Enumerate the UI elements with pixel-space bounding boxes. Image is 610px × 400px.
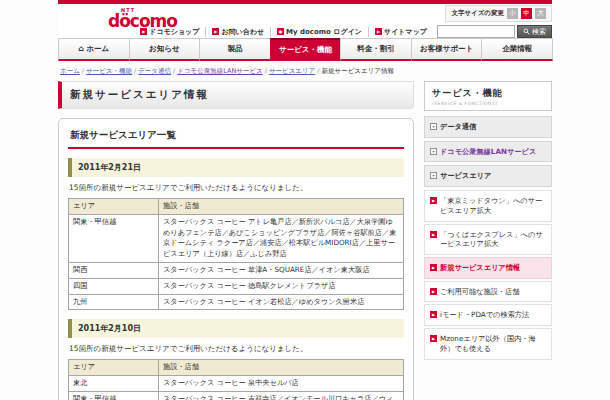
area-cell: 関西: [69, 262, 159, 278]
arrow-square-icon: ▶: [430, 197, 437, 204]
table-header-row: エリア 施設・店舗: [69, 199, 404, 215]
font-size-medium-button[interactable]: 中: [521, 8, 532, 19]
breadcrumb-separator: /: [173, 67, 175, 76]
my-docomo-login-link[interactable]: ● My docomo ログイン: [270, 27, 368, 37]
arrow-square-icon: ▶: [430, 264, 437, 271]
link-square-icon: ▶: [140, 28, 147, 35]
tab-support[interactable]: お客様サポート: [411, 38, 483, 61]
facility-column-header: 施設・店舗: [159, 360, 404, 376]
area-cell: 四国: [69, 278, 159, 294]
tab-services[interactable]: サービス・機能: [270, 38, 342, 61]
sidebar-item-data-communication[interactable]: ▾ データ通信: [424, 116, 552, 138]
service-area-list-box: 新規サービスエリア一覧 2011年2月21日 15箇所の新規サービスエリアでご利…: [58, 118, 414, 400]
font-size-label: 文字サイズの変更: [451, 9, 504, 18]
main-column: 新規サービスエリア情報 新規サービスエリア一覧 2011年2月21日 15箇所の…: [58, 81, 414, 400]
table-row: 関東・甲信越 スターバックス コーヒー 吉祥寺店／イオンモール川口キャラ店／ウィ…: [69, 391, 404, 400]
sidebar-link-new-service-area[interactable]: ▶ 新規サービスエリア情報: [424, 257, 552, 279]
category-square-icon: ▾: [430, 148, 437, 155]
table-row: 関西 スターバックス コーヒー 草津A・SQUARE店／イオン東大阪店: [69, 262, 404, 278]
sidebar-header: サービス・機能 (SERVICE & FUNCTIONS): [424, 81, 552, 111]
sidebar-link-tokyo-midtown[interactable]: ▶ 「東京ミッドタウン」へのサービスエリア拡大: [424, 190, 552, 221]
update-date: 2011年2月10日: [68, 319, 404, 338]
page-container: NTT döcomo 文字サイズの変更 小 中 大 ▶ ドコモショップ ▶ お問…: [58, 0, 552, 400]
breadcrumb-separator: /: [317, 67, 319, 76]
tab-corporate-label: 企業情報: [502, 44, 532, 54]
content-columns: 新規サービスエリア情報 新規サービスエリア一覧 2011年2月21日 15箇所の…: [58, 81, 552, 400]
tab-corporate[interactable]: 企業情報: [481, 38, 553, 61]
sidebar-link-label: 「つくばエクスプレス」へのサービスエリア拡大: [440, 230, 546, 249]
font-size-large-button[interactable]: 大: [535, 8, 546, 19]
update-description: 15箇所の新規サービスエリアでご利用いただけるようになりました。: [69, 183, 404, 193]
facility-cell: スターバックス コーヒー アトレ亀戸店／新所沢パルコ店／大泉学園ゆめりあフェンテ…: [159, 214, 404, 262]
search-button[interactable]: 検索: [517, 25, 552, 38]
site-header: NTT döcomo 文字サイズの変更 小 中 大 ▶ ドコモショップ ▶ お問…: [58, 4, 552, 38]
tab-pricing[interactable]: 料金・割引: [340, 38, 412, 61]
sidebar-item-label: ドコモ公衆無線LANサービス: [440, 147, 536, 157]
page-title: 新規サービスエリア情報: [58, 81, 414, 109]
tab-support-label: お客様サポート: [420, 44, 473, 54]
sidebar-link-label: Mzoneエリア以外（国内・海外）でも使える: [440, 334, 546, 353]
tab-products[interactable]: 製品: [199, 38, 271, 61]
tab-home[interactable]: ⌂ ホーム: [58, 38, 130, 61]
my-docomo-label: My docomo ログイン: [286, 27, 362, 37]
tab-news-label: お知らせ: [149, 44, 180, 54]
table-row: 九州 スターバックス コーヒー イオン若松店／ゆめタウン久留米店: [69, 294, 404, 310]
breadcrumb-service-area[interactable]: サービスエリア: [269, 67, 315, 76]
sidebar-item-wlan-service[interactable]: ▾ ドコモ公衆無線LANサービス: [424, 141, 552, 163]
arrow-square-icon: ▶: [430, 231, 437, 238]
facility-cell: スターバックス コーヒー イオン若松店／ゆめタウン久留米店: [159, 294, 404, 310]
my-docomo-icon: ●: [277, 28, 284, 35]
table-row: 四国 スターバックス コーヒー 徳島駅クレメントプラザ店: [69, 278, 404, 294]
arrow-square-icon: ▶: [430, 335, 437, 342]
facility-cell: スターバックス コーヒー 吉祥寺店／イオンモール川口キャラ店／ウィング上大岡店／…: [159, 391, 404, 400]
facility-cell: スターバックス コーヒー 泉中央セルバ店: [159, 376, 404, 392]
sidebar-subtitle: (SERVICE & FUNCTIONS): [432, 101, 544, 106]
contact-label: お問い合わせ: [221, 27, 264, 37]
search-input[interactable]: [437, 25, 515, 38]
sidebar-link-mzone-outside-area[interactable]: ▶ Mzoneエリア以外（国内・海外）でも使える: [424, 328, 552, 359]
area-column-header: エリア: [69, 199, 159, 215]
area-cell: 関東・甲信越: [69, 214, 159, 262]
tab-services-label: サービス・機能: [279, 45, 332, 55]
tab-pricing-label: 料金・割引: [357, 44, 395, 54]
breadcrumb-data-comm[interactable]: データ通信: [138, 67, 171, 76]
breadcrumb-wlan-service[interactable]: ドコモ公衆無線LANサービス: [177, 67, 263, 76]
breadcrumb-home[interactable]: ホーム: [60, 67, 80, 76]
arrow-square-icon: ▶: [430, 288, 437, 295]
table-header-row: エリア 施設・店舗: [69, 360, 404, 376]
docomo-shop-label: ドコモショップ: [149, 27, 199, 37]
search-button-label: 検索: [532, 27, 546, 37]
docomo-shop-link[interactable]: ▶ ドコモショップ: [134, 27, 205, 37]
magnifier-icon: [523, 28, 530, 35]
tab-home-label: ホーム: [86, 44, 109, 54]
sidebar-item-label: データ通信: [440, 122, 476, 132]
sitemap-label: サイトマップ: [384, 27, 427, 37]
utility-links-row: ▶ ドコモショップ ▶ お問い合わせ ● My docomo ログイン ▶ サイ…: [134, 25, 552, 38]
service-area-table: エリア 施設・店舗 関東・甲信越 スターバックス コーヒー アトレ亀戸店／新所沢…: [68, 198, 404, 310]
font-size-small-button[interactable]: 小: [507, 8, 518, 19]
breadcrumb: ホーム / サービス・機能 / データ通信 / ドコモ公衆無線LANサービス /…: [58, 61, 552, 81]
sidebar-link-tsukuba-express[interactable]: ▶ 「つくばエクスプレス」へのサービスエリア拡大: [424, 224, 552, 255]
global-nav: ⌂ ホーム お知らせ 製品 サービス・機能 料金・割引 お客様サポート 企業情報: [58, 38, 552, 61]
sidebar-item-service-area[interactable]: ▾ サービスエリア: [424, 165, 552, 187]
header-utilities: 文字サイズの変更 小 中 大 ▶ ドコモショップ ▶ お問い合わせ ● My d…: [134, 4, 552, 38]
update-date: 2011年2月21日: [68, 158, 404, 177]
breadcrumb-services[interactable]: サービス・機能: [86, 67, 132, 76]
font-size-control: 文字サイズの変更 小 中 大: [445, 5, 552, 22]
contact-link[interactable]: ▶ お問い合わせ: [205, 27, 270, 37]
breadcrumb-current: 新規サービスエリア情報: [322, 67, 394, 76]
facility-cell: スターバックス コーヒー 徳島駅クレメントプラザ店: [159, 278, 404, 294]
area-cell: 関東・甲信越: [69, 391, 159, 400]
sidebar-item-label: サービスエリア: [440, 171, 491, 181]
home-icon: ⌂: [78, 45, 84, 53]
category-square-icon: ▾: [430, 123, 437, 130]
sidebar-link-available-facilities[interactable]: ▶ ご利用可能な施設・店舗: [424, 281, 552, 303]
section-heading: 新規サービスエリア一覧: [68, 127, 404, 149]
arrow-square-icon: ▶: [430, 311, 437, 318]
sitemap-link[interactable]: ▶ サイトマップ: [368, 27, 433, 37]
sidebar-link-imode-pda-search[interactable]: ▶ iモード・PDAでの検索方法: [424, 304, 552, 326]
tab-news[interactable]: お知らせ: [129, 38, 201, 61]
tab-products-label: 製品: [227, 44, 242, 54]
link-square-icon: ▶: [375, 28, 382, 35]
category-square-icon: ▾: [430, 172, 437, 179]
